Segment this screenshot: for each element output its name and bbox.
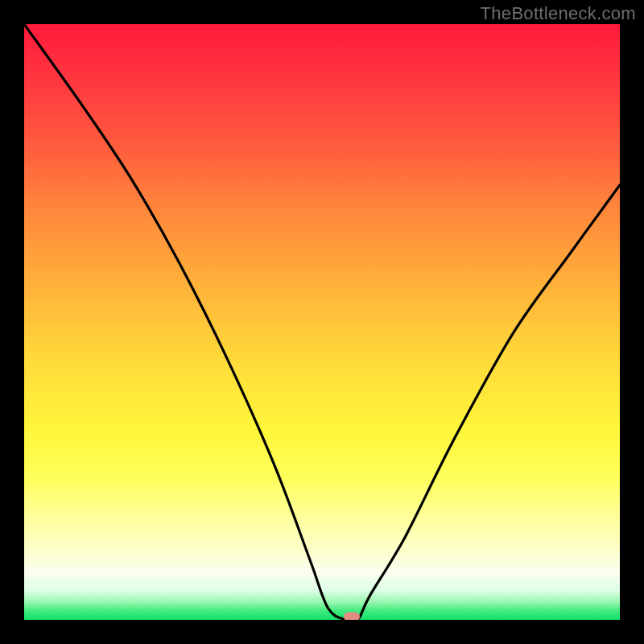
- bottleneck-marker: [344, 613, 360, 621]
- bottleneck-curve: [24, 24, 620, 620]
- chart-frame: TheBottleneck.com: [0, 0, 644, 644]
- plot-area: [24, 24, 620, 620]
- watermark-text: TheBottleneck.com: [481, 3, 636, 24]
